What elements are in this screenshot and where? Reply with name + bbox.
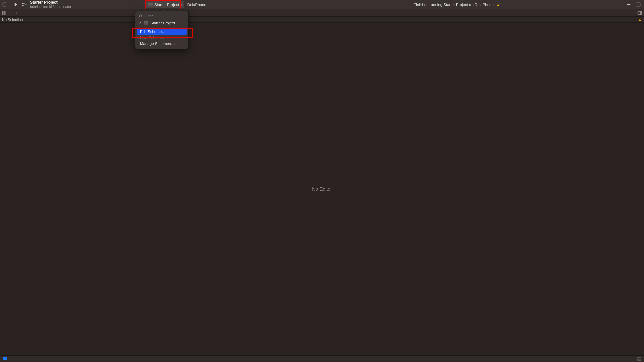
- breadcrumb-bar: No Selection ‹ ▲ ›: [0, 17, 644, 23]
- nav-back-button[interactable]: [7, 11, 13, 15]
- project-name: Starter Project: [30, 0, 71, 5]
- svg-rect-10: [3, 11, 4, 12]
- toolbar-right-group: [624, 0, 644, 9]
- svg-marker-2: [14, 3, 17, 6]
- svg-point-5: [25, 4, 26, 5]
- related-items-button[interactable]: [1, 11, 7, 15]
- svg-rect-14: [638, 11, 641, 15]
- nav-forward-button[interactable]: [13, 11, 19, 15]
- menu-divider: [137, 27, 186, 27]
- app-icon: [144, 21, 148, 25]
- filter-placeholder: Filter: [144, 14, 153, 18]
- menu-item-label: New Scheme…: [140, 36, 167, 40]
- destination-label: DelaPhone: [187, 3, 206, 7]
- scheme-label: Starter Project: [154, 3, 179, 7]
- scheme-filter-field[interactable]: Filter: [137, 13, 187, 20]
- filter-icon: [139, 14, 143, 18]
- new-scheme-menu-item[interactable]: New Scheme…: [137, 35, 187, 41]
- toggle-left-panel-button[interactable]: [0, 0, 9, 9]
- chevron-left-icon[interactable]: ‹: [636, 18, 637, 21]
- svg-rect-16: [637, 357, 641, 360]
- library-button[interactable]: [633, 0, 643, 9]
- editor-tab-bar: [0, 9, 644, 17]
- scheme-selector-button[interactable]: Starter Project ›: [146, 1, 184, 8]
- project-title: Starter Project tutorial/storekit/coordi…: [30, 0, 71, 9]
- scheme-dropdown-popover: Filter ✓ Starter Project Edit Scheme… Ne…: [135, 11, 189, 49]
- manage-schemes-menu-item[interactable]: Manage Schemes…: [137, 41, 187, 47]
- adjust-editor-options-button[interactable]: [637, 11, 643, 15]
- warning-badge[interactable]: ▲ 1: [496, 3, 503, 7]
- source-control-button[interactable]: [20, 0, 28, 9]
- destination-selector-button[interactable]: DelaPhone: [187, 3, 206, 7]
- breadcrumb-text: No Selection: [2, 18, 23, 22]
- chevron-right-icon[interactable]: ›: [642, 18, 643, 21]
- menu-item-label: Manage Schemes…: [140, 42, 175, 46]
- activity-status: Finished running Starter Project on Dela…: [414, 0, 503, 9]
- editor-placeholder: No Editor: [312, 186, 332, 192]
- bottom-bar: [0, 355, 644, 362]
- svg-point-3: [22, 3, 23, 4]
- svg-rect-8: [636, 3, 640, 6]
- edit-scheme-menu-item[interactable]: Edit Scheme…: [137, 28, 187, 35]
- editor-area: No Editor: [0, 23, 644, 355]
- svg-point-18: [139, 15, 141, 17]
- app-icon: [148, 3, 153, 7]
- warning-icon[interactable]: ▲: [638, 18, 642, 21]
- svg-point-4: [22, 5, 23, 6]
- chevron-right-icon: ›: [181, 3, 182, 7]
- scheme-destination-group: Starter Project › DelaPhone: [146, 0, 206, 9]
- project-subtitle: tutorial/storekit/coordinator: [30, 5, 71, 9]
- toggle-debug-area-button[interactable]: [637, 356, 641, 362]
- scheme-item-starter-project[interactable]: ✓ Starter Project: [137, 20, 187, 26]
- scheme-item-label: Starter Project: [150, 21, 175, 25]
- svg-rect-0: [3, 3, 7, 6]
- svg-rect-11: [5, 11, 6, 12]
- status-text: Finished running Starter Project on Dela…: [414, 3, 494, 7]
- add-button[interactable]: [624, 0, 633, 9]
- svg-rect-12: [3, 13, 4, 14]
- separator: [10, 2, 10, 8]
- debug-indicator[interactable]: [3, 357, 7, 360]
- menu-item-label: Edit Scheme…: [140, 29, 166, 34]
- run-button[interactable]: [11, 0, 20, 9]
- svg-rect-13: [5, 13, 6, 14]
- svg-line-19: [141, 17, 142, 17]
- main-toolbar: Starter Project tutorial/storekit/coordi…: [0, 0, 644, 9]
- checkmark-icon: ✓: [139, 21, 142, 25]
